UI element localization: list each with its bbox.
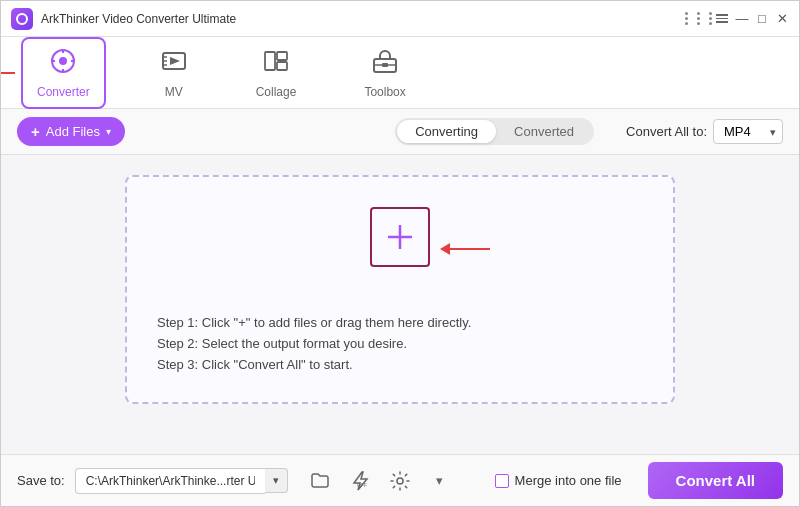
drop-zone-arrow <box>440 243 490 255</box>
folder-icon[interactable] <box>304 465 336 497</box>
format-select[interactable]: MP4 MKV MOV AVI WMV <box>713 119 783 144</box>
nav-item-mv[interactable]: MV <box>146 39 202 107</box>
app-title: ArkThinker Video Converter Ultimate <box>41 12 236 26</box>
svg-point-19 <box>397 478 403 484</box>
add-files-label: Add Files <box>46 124 100 139</box>
nav-bar: Converter MV Collage <box>1 37 799 109</box>
title-bar-controls: — □ ✕ <box>695 12 789 26</box>
nav-item-toolbox[interactable]: Toolbox <box>350 39 419 107</box>
mv-icon <box>160 47 188 81</box>
save-path-wrapper: ▾ <box>75 468 288 494</box>
svg-rect-12 <box>277 62 287 70</box>
format-select-wrapper: MP4 MKV MOV AVI WMV <box>713 119 783 144</box>
add-files-plus: + <box>31 123 40 140</box>
svg-text:OFF: OFF <box>357 482 367 488</box>
svg-rect-10 <box>265 52 275 70</box>
instruction-2: Step 2: Select the output format you des… <box>157 336 643 351</box>
footer: Save to: ▾ OFF ▾ Merge into <box>1 454 799 506</box>
instruction-3: Step 3: Click "Convert All" to start. <box>157 357 643 372</box>
toolbar: + Add Files ▾ Converting Converted Conve… <box>1 109 799 155</box>
merge-checkbox[interactable] <box>495 474 509 488</box>
menu-icon[interactable] <box>695 12 709 26</box>
nav-collage-label: Collage <box>256 85 297 99</box>
svg-rect-15 <box>382 63 388 67</box>
tab-converting[interactable]: Converting <box>397 120 496 143</box>
nav-item-collage[interactable]: Collage <box>242 39 311 107</box>
title-bar-left: ArkThinker Video Converter Ultimate <box>11 8 236 30</box>
app-icon <box>11 8 33 30</box>
save-path-dropdown[interactable]: ▾ <box>265 468 288 493</box>
maximize-icon[interactable]: □ <box>755 12 769 26</box>
save-to-label: Save to: <box>17 473 65 488</box>
nav-item-converter[interactable]: Converter <box>21 37 106 109</box>
collage-icon <box>262 47 290 81</box>
add-icon-container <box>370 207 430 291</box>
instruction-1: Step 1: Click "+" to add files or drag t… <box>157 315 643 330</box>
add-files-arrow: ▾ <box>106 126 111 137</box>
title-bar: ArkThinker Video Converter Ultimate — □ … <box>1 1 799 37</box>
minimize-icon[interactable]: — <box>735 12 749 26</box>
app-icon-inner <box>16 13 28 25</box>
nav-arrow <box>0 67 15 79</box>
add-icon-box[interactable] <box>370 207 430 267</box>
drop-zone[interactable]: Step 1: Click "+" to add files or drag t… <box>125 175 675 404</box>
settings-icon[interactable] <box>384 465 416 497</box>
tab-converted[interactable]: Converted <box>496 120 592 143</box>
footer-icons: OFF ▾ <box>304 465 456 497</box>
nav-converter-label: Converter <box>37 85 90 99</box>
hamburger-icon[interactable] <box>715 12 729 26</box>
svg-rect-11 <box>277 52 287 60</box>
nav-toolbox-label: Toolbox <box>364 85 405 99</box>
convert-all-to-label: Convert All to: <box>626 124 707 139</box>
nav-mv-label: MV <box>165 85 183 99</box>
close-icon[interactable]: ✕ <box>775 12 789 26</box>
converter-icon <box>49 47 77 81</box>
svg-point-1 <box>59 57 67 65</box>
toolbox-icon <box>371 47 399 81</box>
add-files-button[interactable]: + Add Files ▾ <box>17 117 125 146</box>
converting-tabs: Converting Converted <box>395 118 594 145</box>
more-options-icon[interactable]: ▾ <box>424 465 456 497</box>
main-content: Step 1: Click "+" to add files or drag t… <box>1 155 799 454</box>
save-path-input[interactable] <box>75 468 265 494</box>
merge-label: Merge into one file <box>515 473 622 488</box>
merge-group: Merge into one file <box>495 473 622 488</box>
instructions: Step 1: Click "+" to add files or drag t… <box>157 315 643 378</box>
convert-all-button[interactable]: Convert All <box>648 462 783 499</box>
speed-icon[interactable]: OFF <box>344 465 376 497</box>
convert-all-to-group: Convert All to: MP4 MKV MOV AVI WMV <box>626 119 783 144</box>
